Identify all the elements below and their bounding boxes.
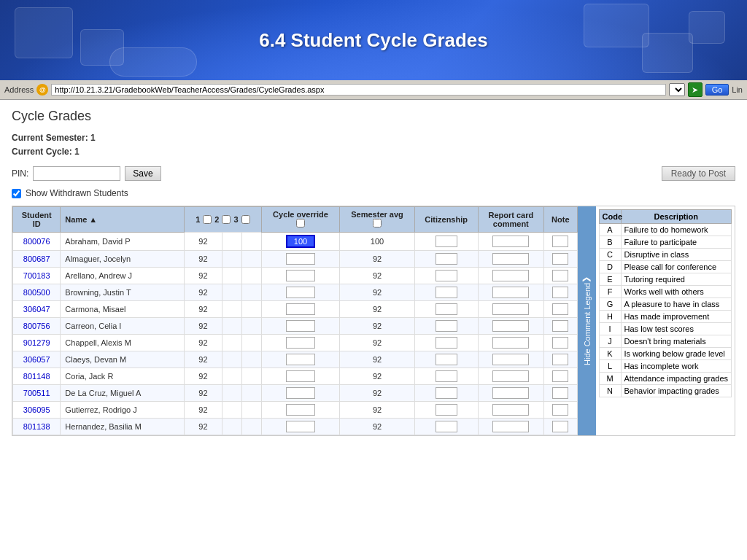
note-input[interactable] xyxy=(552,370,568,382)
citizenship-input[interactable] xyxy=(436,253,457,265)
note-input[interactable] xyxy=(552,337,568,349)
student-id-link[interactable]: 801148 xyxy=(23,372,50,381)
note-input[interactable] xyxy=(552,253,568,265)
citizenship-input[interactable] xyxy=(436,421,457,432)
col-3-check[interactable] xyxy=(241,215,250,224)
save-button[interactable]: Save xyxy=(125,166,160,181)
student-id-cell: 306047 xyxy=(13,301,61,318)
student-id-link[interactable]: 800687 xyxy=(23,254,50,263)
hide-legend-button[interactable]: Hide Comment Legend ❯ xyxy=(578,206,596,435)
note-input[interactable] xyxy=(552,303,568,315)
semester-avg-check[interactable] xyxy=(373,219,382,228)
legend-code: N xyxy=(600,385,622,397)
citizenship-input[interactable] xyxy=(436,370,457,382)
cycle-override-input[interactable] xyxy=(286,354,315,365)
cycle-override-input[interactable] xyxy=(286,303,315,315)
col-name[interactable]: Name ▲ xyxy=(61,207,185,233)
col-1-check[interactable] xyxy=(203,215,212,224)
student-name-cell: Carreon, Celia I xyxy=(61,318,185,335)
cycle-override-input[interactable] xyxy=(286,387,315,399)
report-card-input[interactable] xyxy=(492,421,529,432)
student-id-cell: 800687 xyxy=(13,251,61,268)
cycle-override-input[interactable] xyxy=(286,235,315,248)
student-name-cell: Chappell, Alexis M xyxy=(61,335,185,351)
back-arrow[interactable]: ➤ xyxy=(688,82,703,97)
note-cell xyxy=(544,284,577,301)
student-name-cell: Carmona, Misael xyxy=(61,301,185,318)
student-id-link[interactable]: 700183 xyxy=(23,271,50,280)
student-id-link[interactable]: 800756 xyxy=(23,322,50,330)
cycle-override-input[interactable] xyxy=(286,370,315,382)
cycle-override-input[interactable] xyxy=(286,253,315,265)
citizenship-input[interactable] xyxy=(436,236,457,247)
citizenship-input[interactable] xyxy=(436,303,457,315)
report-card-input[interactable] xyxy=(492,236,529,247)
report-card-input[interactable] xyxy=(492,370,529,382)
student-id-link[interactable]: 306095 xyxy=(23,405,50,414)
student-id-link[interactable]: 800076 xyxy=(23,237,50,246)
semester-avg-cell: 92 xyxy=(340,402,414,419)
citizenship-input[interactable] xyxy=(436,337,457,349)
legend-item: F Works well with others xyxy=(599,286,732,298)
address-dropdown[interactable] xyxy=(669,83,685,96)
grade-col2 xyxy=(222,318,242,335)
note-cell xyxy=(544,402,577,419)
legend-desc-header: Description xyxy=(622,210,731,223)
cycle-override-input[interactable] xyxy=(286,320,315,332)
header: 6.4 Student Cycle Grades xyxy=(0,0,747,80)
citizenship-input[interactable] xyxy=(436,404,457,416)
note-input[interactable] xyxy=(552,421,568,432)
col-1-label: 1 xyxy=(196,215,200,224)
student-id-link[interactable]: 306057 xyxy=(23,355,50,364)
grade-col2 xyxy=(222,385,242,402)
report-card-input[interactable] xyxy=(492,270,529,281)
report-card-input[interactable] xyxy=(492,404,529,416)
citizenship-input[interactable] xyxy=(436,320,457,332)
note-cell xyxy=(544,368,577,385)
grade-col1: 92 xyxy=(184,318,222,335)
student-name-cell: Almaguer, Jocelyn xyxy=(61,251,185,268)
student-id-link[interactable]: 700511 xyxy=(23,389,50,397)
student-id-link[interactable]: 901279 xyxy=(23,338,50,347)
note-input[interactable] xyxy=(552,320,568,332)
cycle-override-input[interactable] xyxy=(286,287,315,298)
note-input[interactable] xyxy=(552,387,568,399)
citizenship-input[interactable] xyxy=(436,287,457,298)
cycle-override-input[interactable] xyxy=(286,337,315,349)
report-card-input[interactable] xyxy=(492,354,529,365)
semester-avg-cell: 92 xyxy=(340,385,414,402)
address-input[interactable] xyxy=(51,84,665,96)
ready-to-post-button[interactable]: Ready to Post xyxy=(662,166,735,181)
note-input[interactable] xyxy=(552,287,568,298)
report-card-input[interactable] xyxy=(492,320,529,332)
student-id-link[interactable]: 801138 xyxy=(23,422,50,431)
col-2-check[interactable] xyxy=(222,215,231,224)
cycle-override-input[interactable] xyxy=(286,270,315,281)
report-card-input[interactable] xyxy=(492,337,529,349)
report-card-input[interactable] xyxy=(492,387,529,399)
pin-input[interactable] xyxy=(33,166,120,181)
citizenship-input[interactable] xyxy=(436,354,457,365)
cycle-override-input[interactable] xyxy=(286,404,315,416)
report-card-input[interactable] xyxy=(492,287,529,298)
note-input[interactable] xyxy=(552,270,568,281)
show-withdrawn-checkbox[interactable] xyxy=(12,189,21,198)
go-button[interactable]: Go xyxy=(705,84,729,96)
cycle-override-check[interactable] xyxy=(296,219,305,228)
note-input[interactable] xyxy=(552,404,568,416)
citizenship-input[interactable] xyxy=(436,270,457,281)
report-card-input[interactable] xyxy=(492,253,529,265)
student-id-link[interactable]: 800500 xyxy=(23,288,50,297)
grade-col3 xyxy=(241,335,261,351)
grade-col3 xyxy=(241,368,261,385)
citizenship-input[interactable] xyxy=(436,387,457,399)
note-input[interactable] xyxy=(552,354,568,365)
legend-code: F xyxy=(600,286,622,298)
cycle-override-input[interactable] xyxy=(286,421,315,432)
legend-item: E Tutoring required xyxy=(599,273,732,286)
grade-col1: 92 xyxy=(184,419,222,435)
note-input[interactable] xyxy=(552,236,568,247)
report-card-input[interactable] xyxy=(492,303,529,315)
legend-description: Doesn't bring materials xyxy=(622,335,731,347)
student-id-link[interactable]: 306047 xyxy=(23,305,50,314)
